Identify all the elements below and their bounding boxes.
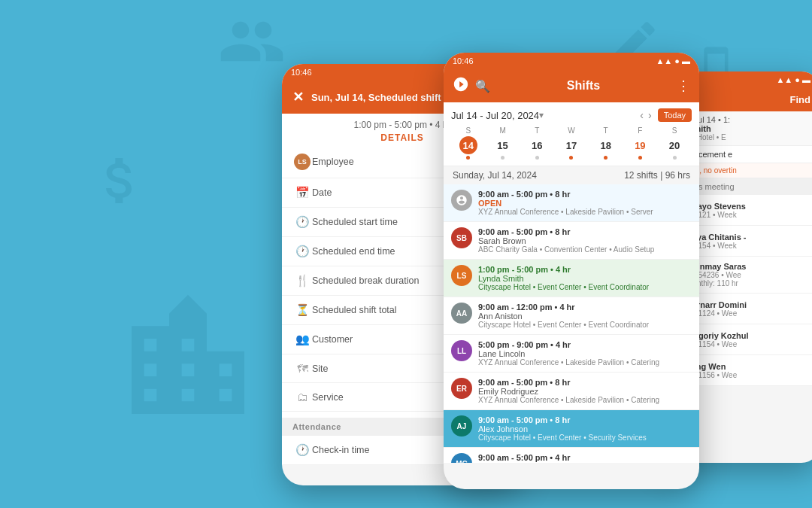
status-time: 10:46: [291, 68, 312, 77]
break-icon: 🍴: [292, 274, 312, 287]
shift-info-alex: 9:00 am - 5:00 pm • 8 hr Alex Johnson Ci…: [478, 415, 692, 442]
shift-avatar-lynda: LS: [451, 265, 472, 286]
day-cell-tue[interactable]: T 16: [528, 126, 546, 160]
shift-info-ann: 9:00 am - 12:00 pm • 4 hr Ann Aniston Ci…: [478, 303, 692, 329]
phone-shifts: 10:46 ▲▲ ● ▬ 🔍 Shifts ⋮ Jul 14 - Jul 20,…: [444, 53, 699, 489]
shift-item-lynda[interactable]: LS 1:00 pm - 5:00 pm • 4 hr Lynda Smith …: [444, 260, 699, 297]
prev-week-icon[interactable]: ‹: [640, 109, 644, 121]
find-emp-info-grigoriy: Grigoriy Kozhul ID: 1154 • Wee: [686, 331, 812, 348]
today-button[interactable]: Today: [658, 108, 692, 122]
find-emp-info-zeng: Zeng Wen ID: 1156 • Wee: [686, 362, 812, 379]
search-icon[interactable]: 🔍: [475, 79, 490, 93]
shift-item-sarah[interactable]: SB 9:00 am - 5:00 pm • 8 hr Sarah Brown …: [444, 222, 699, 260]
day-cell-sat[interactable]: S 20: [665, 126, 683, 160]
shift-avatar-emily: ER: [451, 378, 472, 399]
shift-item-alex[interactable]: AJ 9:00 am - 5:00 pm • 8 hr Alex Johnson…: [444, 410, 699, 448]
checkin-icon: 🕐: [292, 443, 312, 457]
find-emp-info-bernarr: Bernarr Domini ID: 1124 • Wee: [686, 300, 812, 318]
day-grid: S 14 M 15 T 16 W 17 T 18: [451, 126, 692, 160]
shift-item-michael[interactable]: MC 9:00 am - 5:00 pm • 4 hr Michael Chan…: [444, 448, 699, 463]
more-icon[interactable]: ⋮: [677, 78, 690, 94]
shift-avatar-open: [451, 190, 472, 211]
shift-item-open[interactable]: 9:00 am - 5:00 pm • 8 hr OPEN XYZ Annual…: [444, 184, 699, 222]
shift-info-lane: 5:00 pm - 9:00 pm • 4 hr Lane Lincoln XY…: [478, 340, 692, 367]
find-emp-info-daya: Daya Chitanis - ID: 154 • Week: [686, 233, 812, 250]
shift-avatar-ann: AA: [451, 303, 472, 324]
close-icon[interactable]: ✕: [292, 89, 304, 105]
service-label: Service: [312, 392, 458, 403]
detail-header-title: Sun, Jul 14, Scheduled shift: [311, 92, 441, 103]
shift-avatar-lane: LL: [451, 340, 472, 361]
shifts-date-label: Sunday, Jul 14, 2024: [453, 170, 537, 181]
shift-item-ann[interactable]: AA 9:00 am - 12:00 pm • 4 hr Ann Aniston…: [444, 297, 699, 335]
shift-info-emily: 9:00 am - 5:00 pm • 8 hr Emily Rodriguez…: [478, 378, 692, 404]
end-time-icon: 🕐: [292, 245, 312, 258]
week-range: Jul 14 - Jul 20, 2024: [451, 110, 539, 121]
find-status-icons: ▲▲ ● ▬: [776, 75, 810, 84]
shifts-status-icons: ▲▲ ● ▬: [656, 56, 690, 65]
shifts-logo-icon: [453, 76, 469, 96]
shift-info-michael: 9:00 am - 5:00 pm • 4 hr Michael Chang X…: [478, 453, 692, 463]
next-week-icon[interactable]: ›: [648, 109, 652, 121]
week-nav: Jul 14 - Jul 20, 2024 ▾ ‹ › Today S 14 M…: [444, 102, 699, 166]
find-emp-info-chinmay: Chinmay Saras ID: 54236 • Wee Monthly: 1…: [686, 262, 812, 287]
shifts-date-header: Sunday, Jul 14, 2024 12 shifts | 96 hrs: [444, 166, 699, 184]
site-icon: 🗺: [292, 362, 312, 375]
shift-info-lynda: 1:00 pm - 5:00 pm • 4 hr Lynda Smith Cit…: [478, 265, 692, 291]
service-icon: 🗂: [292, 391, 312, 403]
date-icon: 📅: [292, 186, 312, 199]
shift-avatar-michael: MC: [451, 453, 472, 463]
chevron-down-icon[interactable]: ▾: [539, 110, 544, 120]
shift-item-emily[interactable]: ER 9:00 am - 5:00 pm • 8 hr Emily Rodrig…: [444, 373, 699, 410]
day-cell-sun[interactable]: S 14: [459, 126, 477, 160]
shifts-list: 9:00 am - 5:00 pm • 8 hr OPEN XYZ Annual…: [444, 184, 699, 463]
shifts-title: Shifts: [496, 79, 671, 93]
customer-label: Customer: [312, 334, 462, 345]
shift-avatar-sarah: SB: [451, 227, 472, 248]
shifts-status-bar: 10:46 ▲▲ ● ▬: [444, 53, 699, 69]
shift-info-sarah: 9:00 am - 5:00 pm • 8 hr Sarah Brown ABC…: [478, 227, 692, 254]
shift-avatar-alex: AJ: [451, 415, 472, 437]
find-emp-info-abayo: Abayo Stevens ID: 121 • Week: [686, 202, 812, 219]
day-cell-fri[interactable]: F 19: [631, 126, 649, 160]
employee-icon: LS: [292, 154, 312, 170]
shift-info-open: 9:00 am - 5:00 pm • 8 hr OPEN XYZ Annual…: [478, 190, 692, 216]
shifts-count: 12 shifts | 96 hrs: [624, 170, 690, 181]
start-time-icon: 🕐: [292, 215, 312, 229]
day-cell-mon[interactable]: M 15: [494, 126, 512, 160]
shift-item-lane[interactable]: LL 5:00 pm - 9:00 pm • 4 hr Lane Lincoln…: [444, 335, 699, 373]
day-cell-wed[interactable]: W 17: [562, 126, 580, 160]
shift-total-icon: ⏳: [292, 303, 312, 317]
day-cell-thu[interactable]: T 18: [597, 126, 615, 160]
shifts-status-time: 10:46: [453, 56, 474, 65]
shifts-header: 🔍 Shifts ⋮: [444, 69, 699, 102]
customer-icon: 👥: [292, 333, 312, 346]
